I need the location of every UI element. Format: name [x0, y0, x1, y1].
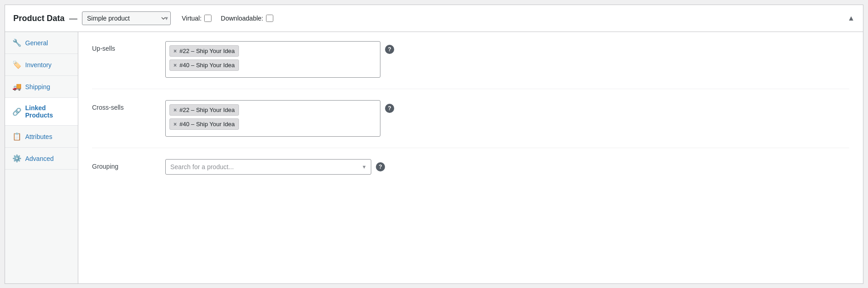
up-sells-tag-22-remove[interactable]: × — [174, 48, 177, 54]
cross-sells-tags-container[interactable]: × #22 – Ship Your Idea × #40 – Ship Your… — [165, 100, 380, 137]
sidebar-label-linked-products: Linked Products — [25, 104, 71, 119]
grouping-row: Grouping Search for a product... ? — [92, 159, 849, 186]
product-data-panel: Product Data — Simple product Variable p… — [5, 5, 863, 284]
sidebar-label-attributes: Attributes — [25, 133, 52, 140]
up-sells-tag-40-remove[interactable]: × — [174, 62, 177, 69]
virtual-checkbox[interactable] — [204, 15, 212, 22]
product-type-wrapper: Simple product Variable product Grouped … — [82, 11, 174, 25]
grouping-help-icon[interactable]: ? — [376, 162, 385, 171]
up-sells-tag-22-label: #22 – Ship Your Idea — [179, 48, 235, 54]
sidebar-label-general: General — [25, 39, 48, 47]
collapse-button[interactable]: ▲ — [847, 14, 855, 22]
up-sells-tags-container[interactable]: × #22 – Ship Your Idea × #40 – Ship Your… — [165, 41, 380, 78]
sidebar-item-inventory[interactable]: 🏷️ Inventory — [5, 54, 78, 76]
sidebar: 🔧 General 🏷️ Inventory 🚚 Shipping 🔗 Link… — [5, 32, 78, 283]
virtual-text: Virtual: — [182, 15, 201, 22]
panel-title: Product Data — [13, 14, 65, 23]
main-content: Up-sells × #22 – Ship Your Idea × #40 – … — [78, 32, 863, 283]
up-sells-label: Up-sells — [92, 41, 165, 52]
shipping-icon: 🚚 — [12, 82, 22, 91]
virtual-label[interactable]: Virtual: — [182, 15, 212, 22]
header-options: Virtual: Downloadable: — [182, 15, 273, 22]
product-type-select[interactable]: Simple product Variable product Grouped … — [82, 11, 171, 25]
link-icon: 🔗 — [12, 107, 22, 116]
wrench-icon: 🔧 — [12, 38, 22, 47]
cross-sells-tag-22-remove[interactable]: × — [174, 107, 177, 113]
sidebar-item-attributes[interactable]: 📋 Attributes — [5, 126, 78, 148]
attributes-icon: 📋 — [12, 132, 22, 141]
sidebar-item-shipping[interactable]: 🚚 Shipping — [5, 76, 78, 98]
up-sells-tag-40-label: #40 – Ship Your Idea — [179, 62, 235, 69]
cross-sells-tag-22: × #22 – Ship Your Idea — [169, 104, 239, 116]
cross-sells-tag-40-remove[interactable]: × — [174, 121, 177, 128]
grouping-select[interactable]: Search for a product... — [165, 159, 371, 175]
panel-body: 🔧 General 🏷️ Inventory 🚚 Shipping 🔗 Link… — [5, 32, 863, 283]
cross-sells-tag-22-label: #22 – Ship Your Idea — [179, 107, 235, 113]
sidebar-label-inventory: Inventory — [25, 61, 52, 69]
sidebar-label-advanced: Advanced — [25, 155, 54, 162]
cross-sells-row: Cross-sells × #22 – Ship Your Idea × #40… — [92, 100, 849, 148]
grouping-label: Grouping — [92, 159, 165, 170]
cross-sells-label: Cross-sells — [92, 100, 165, 111]
up-sells-tag-22: × #22 – Ship Your Idea — [169, 45, 239, 57]
advanced-icon: ⚙️ — [12, 154, 22, 163]
downloadable-text: Downloadable: — [221, 15, 263, 22]
up-sells-row: Up-sells × #22 – Ship Your Idea × #40 – … — [92, 41, 849, 89]
cross-sells-tag-40: × #40 – Ship Your Idea — [169, 118, 239, 130]
downloadable-checkbox[interactable] — [266, 15, 273, 22]
cross-sells-help-icon[interactable]: ? — [385, 104, 394, 113]
up-sells-field-wrap: × #22 – Ship Your Idea × #40 – Ship Your… — [165, 41, 394, 78]
cross-sells-tag-40-label: #40 – Ship Your Idea — [179, 121, 235, 128]
cross-sells-field-wrap: × #22 – Ship Your Idea × #40 – Ship Your… — [165, 100, 394, 137]
sidebar-label-shipping: Shipping — [25, 83, 50, 91]
sidebar-item-advanced[interactable]: ⚙️ Advanced — [5, 148, 78, 170]
up-sells-tag-40: × #40 – Ship Your Idea — [169, 59, 239, 71]
inventory-icon: 🏷️ — [12, 60, 22, 69]
sidebar-item-general[interactable]: 🔧 General — [5, 32, 78, 54]
grouping-field-wrap: Search for a product... ? — [165, 159, 394, 175]
panel-header: Product Data — Simple product Variable p… — [5, 5, 863, 32]
sidebar-item-linked-products[interactable]: 🔗 Linked Products — [5, 98, 78, 126]
downloadable-label[interactable]: Downloadable: — [221, 15, 273, 22]
panel-dash: — — [69, 14, 77, 23]
up-sells-help-icon[interactable]: ? — [385, 45, 394, 54]
grouping-select-wrapper: Search for a product... — [165, 159, 371, 175]
